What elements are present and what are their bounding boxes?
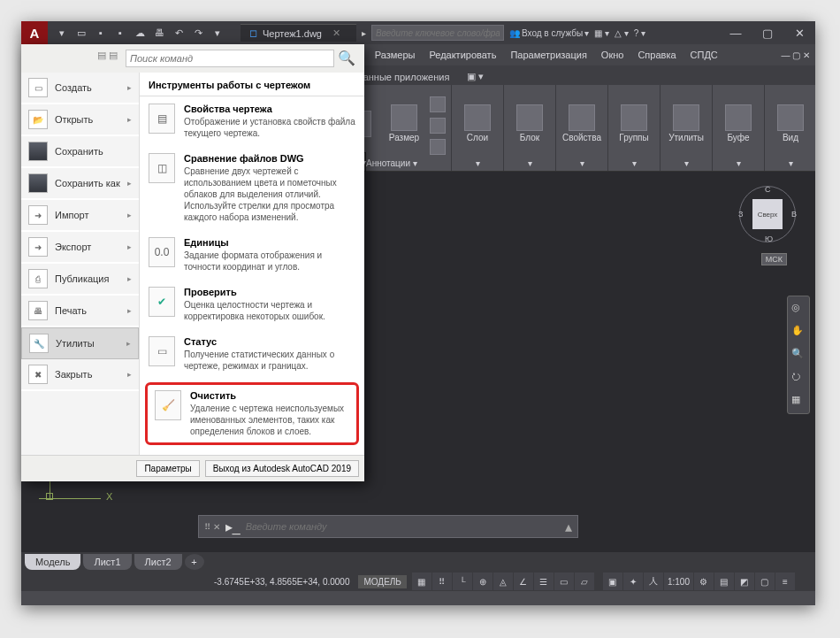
keyword-search-input[interactable] <box>371 25 504 41</box>
command-input[interactable] <box>246 521 560 532</box>
customize-icon[interactable]: ≡ <box>775 573 795 590</box>
hw-icon[interactable]: ▤ <box>714 573 734 590</box>
qat-more-icon[interactable]: ▾ <box>210 26 225 40</box>
app-logo[interactable]: A <box>21 21 48 44</box>
groups-button[interactable]: Группы <box>614 104 654 142</box>
ribbon-tab-extra[interactable]: ▣ ▾ <box>458 68 493 85</box>
gizmo-icon[interactable]: ✦ <box>623 573 643 590</box>
menu-window[interactable]: Окно <box>594 44 631 65</box>
menu-parametric[interactable]: Параметризация <box>503 44 593 65</box>
search-icon[interactable]: 🔍 <box>334 50 359 67</box>
appmenu-panel-title: Инструменты работы с чертежом <box>140 73 364 96</box>
exit-button[interactable]: Выход из Autodesk AutoCAD 2019 <box>205 460 359 477</box>
qat-open-icon[interactable]: ▭ <box>74 26 88 40</box>
table-icon[interactable] <box>430 118 446 134</box>
appmenu-publish[interactable]: ⎙Публикация▸ <box>21 264 139 296</box>
tool-units[interactable]: 0.0 ЕдиницыЗадание формата отображения и… <box>140 230 364 280</box>
otrack-icon[interactable]: ☰ <box>534 573 554 590</box>
appmenu-saveas[interactable]: Сохранить как▸ <box>21 168 139 200</box>
grid-icon[interactable]: ▦ <box>412 573 431 590</box>
menu-spds[interactable]: СПДС <box>683 44 725 65</box>
wcs-label[interactable]: МСК <box>761 253 787 265</box>
options-button[interactable]: Параметры <box>136 460 199 477</box>
qat-new-icon[interactable]: ▾ <box>55 26 69 40</box>
tool-audit[interactable]: ✔ ПроверитьОценка целостности чертежа и … <box>140 280 364 329</box>
maximize-button[interactable]: ▢ <box>752 21 783 44</box>
tool-purge[interactable]: 🧹 ОчиститьУдаление с чертежа неиспользуе… <box>145 382 359 445</box>
qat-cloud-icon[interactable]: ☁ <box>133 26 147 40</box>
utils-button[interactable]: Утилиты <box>666 104 706 142</box>
osnap-icon[interactable]: ∠ <box>514 573 533 590</box>
qat-save-icon[interactable]: ▪ <box>94 26 108 40</box>
appmenu-utilities[interactable]: 🔧Утилиты▸ <box>21 327 139 359</box>
appmenu-import[interactable]: ➜Импорт▸ <box>21 200 139 232</box>
cmd-menu-icon[interactable]: ▴ <box>565 519 572 535</box>
search-chevron-icon[interactable]: ▸ <box>362 28 366 38</box>
appmenu-close[interactable]: ✖Закрыть▸ <box>21 359 139 391</box>
tool-dwgprops[interactable]: ▤ Свойства чертежаОтображение и установк… <box>140 96 364 146</box>
exchange-apps-icon[interactable]: ▦ ▾ <box>594 28 609 38</box>
ortho-icon[interactable]: └ <box>453 573 472 590</box>
layers-button[interactable]: Слои <box>457 104 498 142</box>
gear-icon[interactable]: ⚙ <box>694 573 714 590</box>
mdi-controls[interactable]: — ▢ ✕ <box>781 50 815 60</box>
command-line[interactable]: ⠿ ✕ ▸_ ▴ <box>198 515 578 538</box>
appmenu-search-input[interactable] <box>126 50 334 67</box>
tab-sheet2[interactable]: Лист2 <box>134 554 182 570</box>
model-toggle[interactable]: МОДЕЛЬ <box>358 575 406 588</box>
menu-dimensions[interactable]: Размеры <box>368 44 423 65</box>
qat-saveas-icon[interactable]: ▪ <box>113 26 127 40</box>
tab-sheet1[interactable]: Лист1 <box>83 554 131 570</box>
appmenu-open[interactable]: 📂Открыть▸ <box>21 104 139 136</box>
close-button[interactable]: ✕ <box>783 21 815 44</box>
viewcube[interactable]: Сверх С Ю В З <box>739 186 796 242</box>
qat-redo-icon[interactable]: ↷ <box>191 26 205 40</box>
nav-pan-icon[interactable]: ✋ <box>791 325 806 339</box>
nav-zoom-icon[interactable]: 🔍 <box>791 348 806 362</box>
cmd-handle-icon[interactable]: ⠿ ✕ <box>204 522 220 532</box>
ann-icon[interactable]: 人 <box>644 573 663 590</box>
isolate-icon[interactable]: ◩ <box>735 573 754 590</box>
tool-dwgcompare[interactable]: ◫ Сравнение файлов DWGСравнение двух чер… <box>140 146 364 230</box>
clean-icon[interactable]: ▢ <box>755 573 775 590</box>
appmenu-new[interactable]: ▭Создать▸ <box>21 73 139 104</box>
recent-docs-icon[interactable]: ▤ ▤ <box>97 50 118 67</box>
lwt-icon[interactable]: ▭ <box>554 573 574 590</box>
stay-connected-icon[interactable]: △ ▾ <box>615 28 629 38</box>
panel-caption-annotation[interactable]: Аннотации <box>366 158 410 168</box>
snap-icon[interactable]: ⠿ <box>432 573 452 590</box>
properties-button[interactable]: Свойства <box>561 104 602 142</box>
help-icon[interactable]: ? ▾ <box>634 28 645 38</box>
nav-showmotion-icon[interactable]: ▦ <box>791 394 806 408</box>
appmenu-export[interactable]: ➜Экспорт▸ <box>21 232 139 264</box>
qat-undo-icon[interactable]: ↶ <box>172 26 186 40</box>
appmenu-save[interactable]: Сохранить <box>21 136 139 168</box>
nav-wheel-icon[interactable]: ◎ <box>791 302 806 316</box>
tab-model[interactable]: Модель <box>25 554 80 570</box>
sign-in-button[interactable]: 👥 Вход в службы ▾ <box>509 28 589 38</box>
document-tab[interactable]: ◻ Чертеж1.dwg ✕ <box>241 24 356 42</box>
titlebar: A ▾ ▭ ▪ ▪ ☁ 🖶 ↶ ↷ ▾ ◻ Чертеж1.dwg ✕ ▸ 👥 … <box>21 21 815 44</box>
menu-edit[interactable]: Редактировать <box>422 44 503 65</box>
clipboard-button[interactable]: Буфе <box>718 104 759 142</box>
tool-status[interactable]: ▭ СтатусПолучение статистических данных … <box>140 329 364 379</box>
leader-icon[interactable] <box>430 96 446 112</box>
qat-plot-icon[interactable]: 🖶 <box>152 26 166 40</box>
nav-orbit-icon[interactable]: ⭮ <box>791 371 806 385</box>
minimize-button[interactable]: — <box>720 21 752 44</box>
dimension-button[interactable]: Размер <box>384 104 424 142</box>
polar-icon[interactable]: ⊕ <box>473 573 493 590</box>
appmenu-print[interactable]: 🖶Печать▸ <box>21 296 139 327</box>
transp-icon[interactable]: ▱ <box>575 573 594 590</box>
scale-readout[interactable]: 1:100 <box>664 573 693 590</box>
more-indicator[interactable]: ▾ <box>140 449 364 455</box>
tab-add[interactable]: + <box>185 554 204 570</box>
iso-icon[interactable]: ◬ <box>493 573 513 590</box>
sel-icon[interactable]: ▣ <box>603 573 622 590</box>
menu-help[interactable]: Справка <box>630 44 683 65</box>
viewcube-top[interactable]: Сверх <box>752 199 783 229</box>
document-close-icon[interactable]: ✕ <box>332 27 340 39</box>
block-button[interactable]: Блок <box>509 104 550 142</box>
view-button[interactable]: Вид <box>770 104 811 142</box>
cloud-icon[interactable] <box>430 139 446 155</box>
